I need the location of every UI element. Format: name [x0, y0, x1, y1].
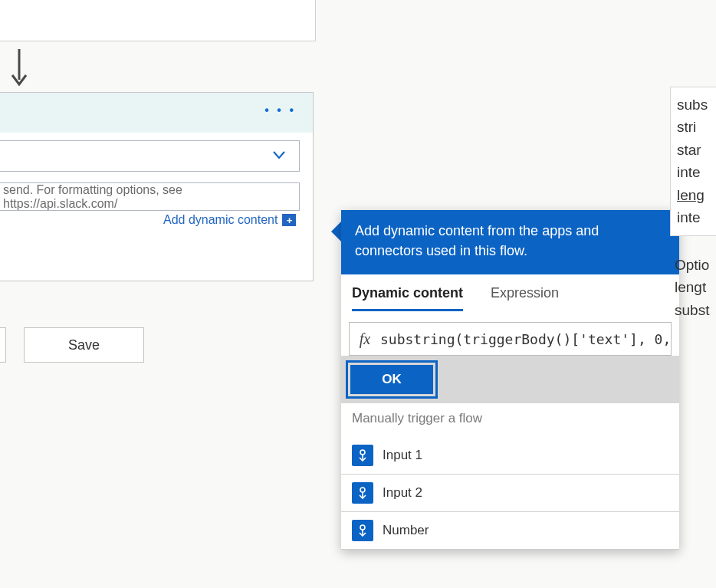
- trigger-icon: [352, 445, 373, 466]
- flow-arrow-icon: [10, 48, 28, 90]
- channel-select[interactable]: [0, 140, 300, 172]
- svg-point-1: [360, 450, 365, 455]
- ok-label: OK: [382, 372, 402, 387]
- dc-item-label: Input 2: [383, 485, 422, 501]
- help-tooltip-fragment-top: subs stri star inte leng inte: [670, 87, 716, 236]
- dc-item-label: Input 1: [383, 448, 422, 463]
- dc-item-input-2[interactable]: Input 2: [341, 475, 679, 512]
- message-text-input[interactable]: send. For formatting options, see https:…: [0, 182, 300, 211]
- add-dc-label: Add dynamic content: [163, 213, 278, 227]
- action-menu-button[interactable]: • • •: [264, 103, 296, 117]
- trigger-icon: [352, 520, 373, 541]
- add-dc-badge-icon: +: [282, 214, 296, 226]
- action-card-header: • • •: [0, 93, 313, 133]
- help-tooltip-fragment-bottom: Optio lengt subst: [675, 254, 716, 321]
- expression-text: substring(triggerBody()['text'], 0, 5): [380, 331, 671, 347]
- trigger-icon: [352, 482, 373, 504]
- svg-point-3: [360, 488, 365, 492]
- dc-item-input-1[interactable]: Input 1: [341, 437, 679, 475]
- dc-item-label: Number: [383, 523, 429, 538]
- dc-item-number[interactable]: Number: [341, 512, 679, 550]
- prev-button-edge: [0, 327, 6, 363]
- ok-strip: OK: [341, 356, 679, 403]
- dc-tabs: Dynamic content Expression: [341, 274, 679, 311]
- fx-icon: fx: [350, 330, 380, 348]
- expression-input[interactable]: fx substring(triggerBody()['text'], 0, 5…: [349, 322, 672, 356]
- ok-focus-outline: OK: [346, 360, 438, 399]
- previous-step-card: [0, 0, 316, 41]
- dc-section-label: Manually trigger a flow: [341, 403, 679, 437]
- message-placeholder: send. For formatting options, see https:…: [3, 183, 299, 211]
- callout-arrow-icon: [331, 221, 342, 242]
- save-button[interactable]: Save: [24, 327, 144, 363]
- ok-button[interactable]: OK: [350, 365, 433, 394]
- tab-dynamic-content[interactable]: Dynamic content: [352, 285, 463, 311]
- dynamic-content-panel: Add dynamic content from the apps and co…: [341, 210, 679, 550]
- tab-expression[interactable]: Expression: [491, 285, 559, 311]
- svg-point-5: [360, 525, 365, 530]
- save-label: Save: [68, 337, 100, 353]
- chevron-down-icon: [271, 147, 287, 166]
- add-dynamic-content-link[interactable]: Add dynamic content +: [163, 213, 296, 227]
- dc-panel-header: Add dynamic content from the apps and co…: [341, 210, 679, 274]
